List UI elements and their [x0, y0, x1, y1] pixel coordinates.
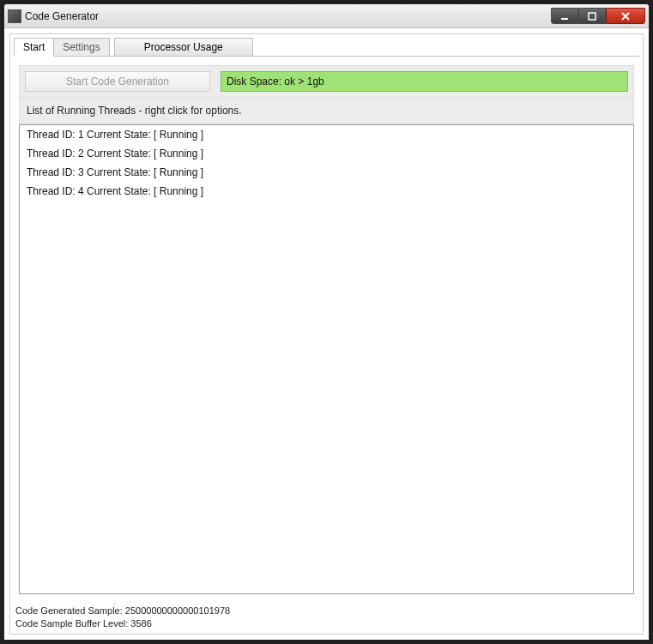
app-icon — [8, 9, 21, 23]
svg-rect-1 — [589, 13, 596, 20]
toolbar-row: Start Code Generation Disk Space: ok > 1… — [19, 65, 634, 98]
threads-grid[interactable]: Thread ID: 1 Current State: [ Running ] … — [19, 124, 634, 594]
maximize-icon — [587, 11, 597, 21]
app-window: Code Generator Start Settings Processor … — [3, 3, 650, 641]
status-line-buffer: Code Sample Buffer Level: 3586 — [15, 617, 638, 630]
thread-row[interactable]: Thread ID: 3 Current State: [ Running ] — [20, 163, 633, 182]
svg-rect-0 — [561, 18, 568, 20]
minimize-button[interactable] — [551, 8, 578, 24]
window-controls — [551, 8, 645, 24]
client-area: Start Settings Processor Usage Start Cod… — [4, 28, 649, 640]
tab-start[interactable]: Start — [14, 38, 54, 57]
start-code-generation-button[interactable]: Start Code Generation — [25, 71, 210, 92]
thread-row[interactable]: Thread ID: 2 Current State: [ Running ] — [20, 144, 633, 163]
title-bar[interactable]: Code Generator — [4, 4, 649, 28]
close-button[interactable] — [606, 8, 645, 24]
tab-strip: Start Settings Processor Usage — [10, 34, 643, 57]
status-line-sample: Code Generated Sample: 25000000000000101… — [15, 605, 638, 617]
window-title: Code Generator — [25, 10, 551, 22]
tab-content-start: Start Code Generation Disk Space: ok > 1… — [10, 57, 643, 601]
maximize-button[interactable] — [578, 8, 606, 24]
minimize-icon — [559, 11, 570, 21]
status-bar: Code Generated Sample: 25000000000000101… — [10, 601, 643, 634]
main-panel: Start Settings Processor Usage Start Cod… — [9, 33, 644, 635]
disk-space-status: Disk Space: ok > 1gb — [221, 71, 628, 92]
thread-row[interactable]: Thread ID: 4 Current State: [ Running ] — [20, 182, 633, 201]
close-icon — [620, 11, 631, 21]
threads-list-header: List of Running Threads - right click fo… — [19, 98, 634, 124]
tab-processor-usage[interactable]: Processor Usage — [114, 38, 253, 57]
thread-row[interactable]: Thread ID: 1 Current State: [ Running ] — [20, 125, 633, 144]
tab-settings[interactable]: Settings — [53, 38, 109, 57]
